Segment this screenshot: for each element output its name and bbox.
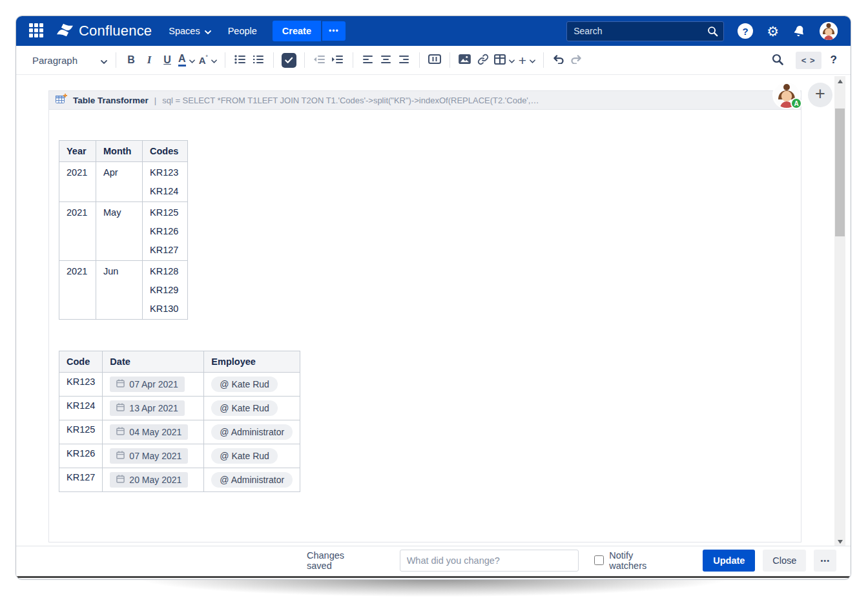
user-avatar[interactable] [820,22,838,40]
source-table-assignments: Code Date Employee KR123 07 Apr 2021 [59,351,300,492]
notify-watchers-label: Notify watchers [609,550,673,571]
cell-month: May [96,202,143,261]
search-input[interactable] [566,21,724,41]
find-replace-button[interactable] [769,50,787,70]
column-header-month: Month [96,141,143,162]
date-chip[interactable]: 04 May 2021 [110,424,188,440]
underline-button[interactable]: U [158,50,176,70]
version-comment-input[interactable] [400,550,579,572]
cell-employee: @ Kate Rud [204,444,300,468]
search-icon [707,26,718,39]
redo-button[interactable] [568,50,586,70]
code-value: KR129 [150,285,180,295]
user-mention[interactable]: @ Administrator [211,472,293,488]
insert-table-dropdown[interactable] [492,50,517,70]
confluence-logo-icon [56,23,74,39]
calendar-icon [116,475,125,485]
image-icon [459,54,471,66]
cell-year: 2021 [59,202,96,261]
editor-toolbar: Paragraph B I U A A° [16,46,851,75]
insert-more-dropdown[interactable]: + [517,50,537,70]
date-value: 20 May 2021 [129,475,181,485]
nav-people[interactable]: People [228,26,257,36]
screenshot-drop-shadow [9,579,859,607]
search-icon [772,54,783,67]
confluence-logo[interactable]: Confluence [56,23,152,39]
undo-button[interactable] [550,50,568,70]
nav-spaces[interactable]: Spaces [169,26,211,36]
calendar-icon [116,427,125,437]
italic-button[interactable]: I [140,50,158,70]
user-mention[interactable]: @ Kate Rud [211,400,277,416]
cell-month: Apr [96,162,143,202]
close-button[interactable]: Close [763,550,806,572]
cell-code: KR125 [59,420,103,444]
scrollbar-thumb[interactable] [835,108,845,236]
cell-employee: @ Kate Rud [204,373,300,397]
app-window: Confluence Spaces People Create ••• ? ⚙ [16,15,851,580]
table-transformer-icon [56,94,67,107]
insert-image-button[interactable] [456,50,474,70]
notify-watchers-toggle[interactable]: Notify watchers [594,550,673,571]
app-switcher-icon[interactable] [29,23,45,39]
cell-code: KR127 [59,468,103,492]
align-center-icon [381,56,391,65]
user-mention[interactable]: @ Kate Rud [211,377,277,392]
gear-icon[interactable]: ⚙ [767,25,779,38]
create-more-button[interactable]: ••• [322,21,346,41]
align-right-icon [399,56,409,65]
chevron-down-icon [189,56,195,65]
cell-date: 04 May 2021 [103,420,204,444]
outdent-button[interactable] [311,50,329,70]
indent-button[interactable] [329,50,347,70]
bold-button[interactable]: B [122,50,140,70]
date-chip[interactable]: 07 May 2021 [110,448,188,464]
scroll-up-arrow[interactable] [834,76,845,86]
date-chip[interactable]: 20 May 2021 [110,472,188,488]
paragraph-style-dropdown[interactable]: Paragraph [30,50,110,70]
help-icon[interactable]: ? [738,23,753,39]
align-left-button[interactable] [359,50,377,70]
task-list-button[interactable] [280,50,298,70]
presence-indicator[interactable]: A [774,82,800,108]
align-left-icon [363,56,373,65]
user-mention[interactable]: @ Administrator [211,424,293,440]
code-value: KR123 [150,167,180,178]
vertical-scrollbar[interactable] [834,76,845,546]
column-header-year: Year [59,141,96,162]
numbered-list-icon [253,55,264,66]
cell-date: 13 Apr 2021 [103,397,204,420]
more-options-button[interactable]: ••• [814,550,836,572]
source-editor-button[interactable]: < > [796,52,822,69]
bell-icon[interactable] [792,25,806,38]
table-transformer-macro[interactable]: Table Transformer | sql = SELECT *FROM T… [48,90,801,542]
bullet-list-button[interactable] [231,50,249,70]
notify-watchers-checkbox[interactable] [594,555,604,565]
table-row: KR125 04 May 2021 @ Administrator [59,420,300,444]
scroll-down-arrow[interactable] [834,537,845,546]
user-mention[interactable]: @ Kate Rud [211,448,277,464]
date-chip[interactable]: 07 Apr 2021 [110,377,185,392]
create-button[interactable]: Create [273,21,321,41]
macro-divider: | [154,96,156,105]
numbered-list-button[interactable] [249,50,267,70]
chevron-down-icon [211,56,217,65]
editor-help-button[interactable]: ? [831,54,837,67]
table-header-row: Year Month Codes [59,141,188,162]
align-right-button[interactable] [395,50,413,70]
align-center-button[interactable] [377,50,395,70]
formatting-extra-dropdown[interactable]: A° [197,50,219,70]
insert-link-button[interactable] [474,50,492,70]
update-button[interactable]: Update [703,550,755,572]
column-header-employee: Employee [204,351,300,373]
text-color-dropdown[interactable]: A [176,50,197,70]
date-chip[interactable]: 13 Apr 2021 [110,400,185,416]
table-row: KR127 20 May 2021 @ Administrator [59,468,300,492]
editor-content[interactable]: Table Transformer | sql = SELECT *FROM T… [16,75,851,546]
table-row: KR123 07 Apr 2021 @ Kate Rud [59,373,300,397]
outdent-icon [314,55,326,66]
macro-header[interactable]: Table Transformer | sql = SELECT *FROM T… [48,90,801,110]
table-row: 2021 Jun KR128 KR129 KR130 [59,261,188,320]
page-layout-button[interactable] [426,50,444,70]
add-button[interactable]: + [808,83,832,107]
